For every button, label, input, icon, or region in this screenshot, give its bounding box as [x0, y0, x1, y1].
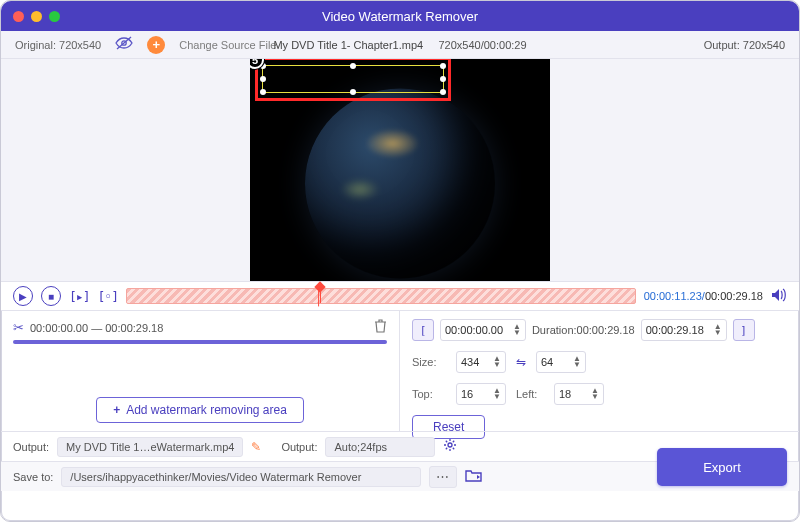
resize-handle-bm[interactable]: [350, 89, 356, 95]
resize-handle-tm[interactable]: [350, 63, 356, 69]
aspect-lock-icon[interactable]: ⇋: [516, 355, 526, 369]
visibility-toggle-icon[interactable]: [115, 36, 133, 53]
plus-icon: +: [113, 403, 120, 417]
output-settings-label: Output:: [281, 441, 317, 453]
size-label: Size:: [412, 356, 446, 368]
start-stepper[interactable]: ▲▼: [513, 324, 521, 336]
height-stepper[interactable]: ▲▼: [573, 356, 581, 368]
top-stepper[interactable]: ▲▼: [493, 388, 501, 400]
output-size-label: Output: 720x540: [704, 39, 785, 51]
width-stepper[interactable]: ▲▼: [493, 356, 501, 368]
video-frame[interactable]: 5: [250, 59, 550, 281]
stop-button[interactable]: ■: [41, 286, 61, 306]
height-input[interactable]: [541, 356, 571, 368]
current-time: 00:00:11.23: [644, 290, 702, 302]
width-input[interactable]: [461, 356, 491, 368]
save-to-label: Save to:: [13, 471, 53, 483]
end-stepper[interactable]: ▲▼: [714, 324, 722, 336]
timeline-track[interactable]: [126, 288, 636, 304]
start-time-field[interactable]: ▲▼: [440, 319, 526, 341]
output-settings-button[interactable]: [443, 438, 457, 455]
export-label: Export: [703, 460, 741, 475]
current-file-name: My DVD Title 1- Chapter1.mp4: [273, 39, 423, 51]
delete-segment-button[interactable]: [374, 319, 387, 336]
total-time: 00:00:29.18: [705, 290, 763, 302]
time-readout: 00:00:11.23/00:00:29.18: [644, 290, 763, 302]
top-field[interactable]: ▲▼: [456, 383, 506, 405]
mark-in-button[interactable]: [▸]: [69, 289, 89, 304]
video-content-earth: [305, 89, 495, 279]
mark-out-button[interactable]: [◦]: [97, 289, 117, 304]
end-time-field[interactable]: ▲▼: [641, 319, 727, 341]
resize-handle-br[interactable]: [440, 89, 446, 95]
height-field[interactable]: ▲▼: [536, 351, 586, 373]
edit-filename-button[interactable]: ✎: [251, 440, 261, 454]
original-size-label: Original: 720x540: [15, 39, 101, 51]
change-source-link[interactable]: Change Source File: [179, 39, 276, 51]
left-field[interactable]: ▲▼: [554, 383, 604, 405]
add-source-button[interactable]: +: [147, 36, 165, 54]
top-input[interactable]: [461, 388, 491, 400]
playback-controls-row: ▶ ■ [▸] [◦] 00:00:11.23/00:00:29.18: [1, 281, 799, 311]
time-range-row: [ ▲▼ Duration:00:00:29.18 ▲▼ ]: [412, 319, 787, 341]
export-button[interactable]: Export: [657, 448, 787, 486]
left-stepper[interactable]: ▲▼: [591, 388, 599, 400]
set-end-button[interactable]: ]: [733, 319, 755, 341]
window-title: Video Watermark Remover: [1, 9, 799, 24]
area-properties-panel: [ ▲▼ Duration:00:00:29.18 ▲▼ ] Size: ▲▼: [400, 311, 799, 431]
file-dims-duration: 720x540/00:00:29: [438, 39, 526, 51]
segment-row[interactable]: ✂ 00:00:00.00 — 00:00:29.18: [13, 319, 387, 336]
end-time-input[interactable]: [646, 324, 712, 336]
settings-panel: ✂ 00:00:00.00 — 00:00:29.18 + Add waterm…: [1, 311, 799, 431]
segment-duration-bar[interactable]: [13, 340, 387, 344]
volume-icon[interactable]: [771, 288, 787, 305]
play-button[interactable]: ▶: [13, 286, 33, 306]
output-settings-field[interactable]: Auto;24fps: [325, 437, 435, 457]
duration-label: Duration:00:00:29.18: [532, 324, 635, 336]
resize-handle-bl[interactable]: [260, 89, 266, 95]
resize-handle-tr[interactable]: [440, 63, 446, 69]
info-bar: Original: 720x540 + Change Source File M…: [1, 31, 799, 59]
start-time-input[interactable]: [445, 324, 511, 336]
preview-area: 5: [1, 59, 799, 281]
add-area-label: Add watermark removing area: [126, 403, 287, 417]
save-location-row: Save to: /Users/ihappyacethinker/Movies/…: [1, 461, 799, 491]
playhead-line: [320, 289, 321, 303]
save-path-field[interactable]: /Users/ihappyacethinker/Movies/Video Wat…: [61, 467, 421, 487]
watermark-selection-box[interactable]: [262, 65, 444, 93]
left-input[interactable]: [559, 388, 589, 400]
position-row: Top: ▲▼ Left: ▲▼: [412, 383, 787, 405]
width-field[interactable]: ▲▼: [456, 351, 506, 373]
output-file-label: Output:: [13, 441, 49, 453]
segment-range-text: 00:00:00.00 — 00:00:29.18: [30, 322, 163, 334]
left-label: Left:: [516, 388, 544, 400]
browse-folder-button[interactable]: ⋯: [429, 466, 457, 488]
segments-panel: ✂ 00:00:00.00 — 00:00:29.18 + Add waterm…: [1, 311, 400, 431]
titlebar: Video Watermark Remover: [1, 1, 799, 31]
svg-point-2: [448, 443, 452, 447]
resize-handle-ml[interactable]: [260, 76, 266, 82]
add-watermark-area-button[interactable]: + Add watermark removing area: [96, 397, 304, 423]
size-row: Size: ▲▼ ⇋ ▲▼: [412, 351, 787, 373]
output-filename-field[interactable]: My DVD Title 1…eWatermark.mp4: [57, 437, 243, 457]
scissors-icon: ✂: [13, 320, 24, 335]
open-folder-button[interactable]: [465, 468, 482, 485]
set-start-button[interactable]: [: [412, 319, 434, 341]
resize-handle-mr[interactable]: [440, 76, 446, 82]
top-label: Top:: [412, 388, 446, 400]
app-window: Video Watermark Remover Original: 720x54…: [0, 0, 800, 522]
